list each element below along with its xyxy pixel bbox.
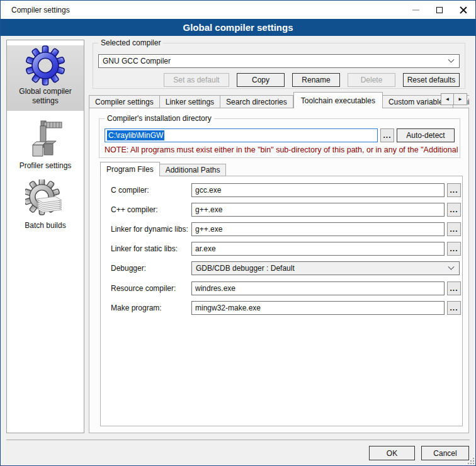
delete-button[interactable]: Delete — [348, 73, 395, 87]
tab-toolchain-executables[interactable]: Toolchain executables — [293, 92, 383, 108]
dialog-body: Global compiler settings — [1, 36, 475, 465]
close-icon — [460, 6, 467, 14]
installation-directory-input[interactable]: C:\raylib\MinGW — [105, 128, 378, 142]
footer-separator — [6, 440, 470, 440]
dynamic-linker-label: Linker for dynamic libs: — [111, 225, 188, 234]
tab-scroll-left-button[interactable]: ◄ — [441, 93, 454, 105]
selected-compiler-dropdown[interactable]: GNU GCC Compiler — [98, 54, 460, 68]
dynamic-linker-browse-button[interactable]: ... — [447, 222, 461, 236]
make-program-label: Make program: — [111, 304, 162, 312]
static-linker-label: Linker for static libs: — [111, 244, 178, 253]
window-controls — [404, 1, 475, 19]
window-title: Compiler settings — [11, 6, 70, 14]
debugger-row: Debugger: GDB/CDB debugger : Default — [101, 261, 462, 275]
cpp-compiler-input[interactable] — [191, 203, 445, 217]
make-program-input[interactable] — [191, 301, 445, 315]
selected-compiler-group-label: Selected compiler — [98, 38, 163, 47]
titlebar[interactable]: Compiler settings — [1, 1, 475, 19]
c-compiler-label: C compiler: — [111, 186, 149, 195]
set-as-default-button[interactable]: Set as default — [164, 73, 229, 87]
c-compiler-browse-button[interactable]: ... — [447, 183, 461, 197]
maximize-button[interactable] — [428, 1, 451, 19]
tab-scroll-controls: ◄ ► — [441, 93, 467, 105]
minimize-icon — [412, 9, 419, 11]
compiler-settings-dialog: Compiler settings Global compiler settin… — [0, 0, 476, 466]
static-linker-row: Linker for static libs: ... — [101, 242, 462, 256]
resource-compiler-row: Resource compiler: ... — [101, 281, 462, 295]
debugger-label: Debugger: — [111, 264, 146, 273]
compiler-action-buttons: Set as default Copy Rename Delete Reset … — [164, 73, 460, 87]
tab-program-files[interactable]: Program Files — [100, 162, 160, 176]
tab-compiler-settings[interactable]: Compiler settings — [89, 95, 160, 108]
selected-compiler-value: GNU GCC Compiler — [103, 57, 171, 65]
installation-directory-group-label: Compiler's installation directory — [105, 114, 214, 123]
tab-search-directories[interactable]: Search directories — [220, 95, 293, 108]
chevron-down-icon — [448, 56, 455, 62]
installation-directory-value: C:\raylib\MinGW — [107, 130, 164, 140]
c-compiler-row: C compiler: ... — [101, 183, 462, 197]
resource-compiler-input[interactable] — [191, 281, 445, 295]
debugger-value: GDB/CDB debugger : Default — [196, 264, 295, 273]
cpp-compiler-label: C++ compiler: — [111, 205, 158, 214]
resource-compiler-label: Resource compiler: — [111, 284, 176, 293]
compiler-settings-tabs: Compiler settings Linker settings Search… — [89, 92, 469, 108]
gray-gear-stack-icon — [25, 179, 65, 220]
tab-additional-paths[interactable]: Additional Paths — [160, 164, 227, 176]
installation-directory-group: Compiler's installation directory C:\ray… — [99, 118, 460, 158]
sidebar-item-label: Global compiler settings — [7, 87, 84, 106]
tab-linker-settings[interactable]: Linker settings — [160, 95, 220, 108]
tab-scroll-right-button[interactable]: ► — [454, 93, 467, 105]
resource-compiler-browse-button[interactable]: ... — [447, 281, 461, 295]
cpp-compiler-row: C++ compiler: ... — [101, 203, 462, 217]
rename-button[interactable]: Rename — [292, 73, 340, 87]
cpp-compiler-browse-button[interactable]: ... — [447, 203, 461, 217]
cancel-button[interactable]: Cancel — [421, 446, 469, 460]
dynamic-linker-input[interactable] — [191, 222, 445, 236]
blue-gear-icon — [25, 45, 65, 86]
make-program-browse-button[interactable]: ... — [447, 301, 461, 315]
installation-directory-browse-button[interactable]: ... — [380, 128, 394, 142]
ok-button[interactable]: OK — [369, 446, 415, 460]
debugger-dropdown[interactable]: GDB/CDB debugger : Default — [191, 261, 460, 275]
page-title: Global compiler settings — [183, 22, 293, 33]
toolchain-executables-page: Compiler's installation directory C:\ray… — [89, 108, 469, 433]
page-header: Global compiler settings — [1, 19, 475, 36]
arrow-left-icon: ◄ — [445, 96, 450, 102]
bin-subdirectory-note: NOTE: All programs must exist either in … — [105, 145, 459, 154]
c-compiler-input[interactable] — [191, 183, 445, 197]
sidebar-item-label: Profiler settings — [7, 161, 84, 171]
minimize-button[interactable] — [404, 1, 428, 19]
program-files-page: C compiler: ... C++ compiler: ... Linker… — [100, 176, 463, 426]
auto-detect-button[interactable]: Auto-detect — [397, 128, 455, 142]
static-linker-input[interactable] — [191, 242, 445, 256]
arrow-right-icon: ► — [458, 96, 463, 102]
reset-defaults-button[interactable]: Reset defaults — [403, 73, 460, 87]
resize-grip-icon[interactable] — [468, 458, 474, 464]
sidebar-item-profiler-settings[interactable]: Profiler settings — [7, 120, 84, 171]
sidebar-item-label: Batch builds — [7, 221, 84, 230]
maximize-icon — [436, 7, 443, 13]
caliper-icon — [25, 120, 65, 160]
selected-compiler-group: Selected compiler GNU GCC Compiler Set a… — [93, 43, 465, 89]
dynamic-linker-row: Linker for dynamic libs: ... — [101, 222, 462, 236]
sidebar-item-batch-builds[interactable]: Batch builds — [7, 179, 84, 230]
sidebar-item-global-compiler-settings[interactable]: Global compiler settings — [7, 45, 84, 111]
chevron-down-icon — [448, 263, 455, 270]
copy-button[interactable]: Copy — [237, 73, 285, 87]
close-button[interactable] — [451, 1, 475, 19]
make-program-row: Make program: ... — [101, 301, 462, 315]
installation-directory-row: C:\raylib\MinGW ... Auto-detect — [105, 128, 455, 142]
program-files-tabs: Program Files Additional Paths — [100, 162, 226, 176]
static-linker-browse-button[interactable]: ... — [447, 242, 461, 256]
settings-sidebar: Global compiler settings — [6, 40, 84, 433]
